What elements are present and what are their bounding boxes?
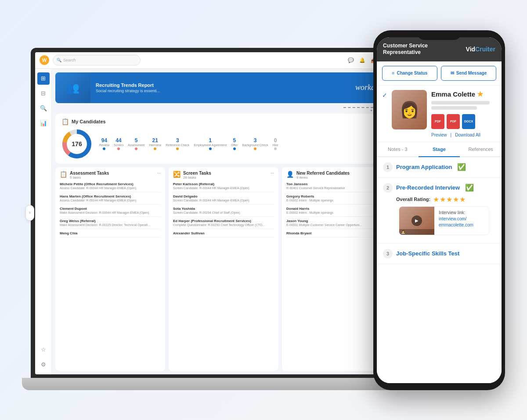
star-4: ★ xyxy=(453,195,459,204)
assessment-item-1-desc: Assess Candidate: R-00044 HR Manager-EME… xyxy=(60,186,161,190)
stat-interview-num: 21 xyxy=(152,137,158,144)
doc-docx[interactable]: DOCX xyxy=(462,114,475,129)
stat-bg-check: 3 Background Check xyxy=(242,137,268,150)
banner-subtitle: Social recruiting strategy is essenti... xyxy=(96,89,160,93)
screen-task-title: Screen Tasks xyxy=(183,171,211,176)
referred-item-4: Jason Young E-00001 Multiple Customer Se… xyxy=(286,219,387,229)
screen-item-3-name: Sota Yoshida xyxy=(173,207,274,211)
sidebar-icon-home[interactable]: ⊞ xyxy=(37,72,50,85)
star-5: ★ xyxy=(459,195,466,204)
bell-icon[interactable]: 🔔 xyxy=(358,56,366,64)
vc-stage-tabs: Notes - 3 Stage References xyxy=(377,142,502,157)
stat-bg-check-num: 3 xyxy=(254,137,257,144)
tab-notes[interactable]: Notes - 3 xyxy=(377,142,419,157)
stat-emp-agreement-label: Employment Agreement xyxy=(194,144,227,147)
phone-screen: Customer Service Representative VidCruit… xyxy=(377,37,502,383)
sidebar-icon-chart[interactable]: 📊 xyxy=(37,117,50,129)
stat-bg-check-label: Background Check xyxy=(242,144,268,147)
laptop: W 🔍 Search 💬 🔔 📥 xyxy=(22,48,408,390)
stage-1-label: Program Application xyxy=(396,164,452,170)
stat-offer-label: Offer xyxy=(231,144,238,147)
sidebar-icon-settings[interactable]: ⚙ xyxy=(37,359,50,371)
referred-item-3: Donald Harris E-00002 Intern - Multiple … xyxy=(286,207,387,217)
my-candidates-label: My Candidates xyxy=(72,119,106,124)
doc-pdf-1[interactable]: PDF xyxy=(431,114,444,129)
stat-bg-check-dot xyxy=(254,147,256,150)
screen-item-1: Peter Karlsson (Referral) Screen Candida… xyxy=(173,182,274,192)
message-icon[interactable]: 💬 xyxy=(347,56,355,64)
screen-item-1-name: Peter Karlsson (Referral) xyxy=(173,182,274,186)
my-candidates-card: 📋 My Candidates xyxy=(55,114,392,164)
screen-item-3-desc: Screen Candidate: R-00294 Chief of Staff… xyxy=(173,211,274,215)
stat-screen-dot xyxy=(117,147,120,150)
star-2: ★ xyxy=(440,195,446,204)
profile-check-icon: ✓ xyxy=(382,92,387,99)
assessment-task-icon: 📋 xyxy=(60,171,67,178)
workday-search[interactable]: 🔍 Search xyxy=(53,55,141,65)
stat-hire-label: Hire xyxy=(273,144,278,147)
screen-item-4-name: Ed Harper (Professional Recruitment Serv… xyxy=(173,219,274,223)
workday-main: ⊞ ⊟ 🔍 📊 ☆ ⚙ 👥 xyxy=(35,69,395,374)
tab-references[interactable]: References xyxy=(460,142,502,157)
content-chevron[interactable]: › xyxy=(25,205,34,221)
sidebar-icon-star[interactable]: ☆ xyxy=(37,344,50,356)
stat-offer-dot xyxy=(233,147,236,150)
stage-1-complete-icon: ✅ xyxy=(457,163,466,171)
download-all-link[interactable]: Download All xyxy=(455,133,480,137)
change-status-button[interactable]: ≡ Change Status xyxy=(382,66,437,81)
stage-2-complete-icon: ✅ xyxy=(465,183,474,192)
assessment-tasks-header: 📋 Assessment Tasks 5 tasks ··· xyxy=(60,171,161,179)
sidebar-icon-grid[interactable]: ⊟ xyxy=(37,87,50,100)
vc-job-title: Customer Service Representative xyxy=(383,43,466,56)
stat-interview-label: Interview xyxy=(149,144,161,147)
screen-tasks-card: 🔀 Screen Tasks 26 tasks ··· Peter Karlss… xyxy=(169,167,278,371)
stat-hire-num: 0 xyxy=(274,137,277,144)
stat-assessment-dot xyxy=(135,147,137,150)
stage-2-number: 2 xyxy=(383,183,393,193)
change-status-label: Change Status xyxy=(397,71,427,75)
candidate-photo: 👩 xyxy=(392,90,427,129)
assessment-tasks-card: 📋 Assessment Tasks 5 tasks ··· Michele P… xyxy=(55,167,165,371)
phone-device: Customer Service Representative VidCruit… xyxy=(373,30,505,390)
stat-assessment-num: 5 xyxy=(135,137,138,144)
workday-content: 👥 Recruiting Trends Report Social recrui… xyxy=(52,69,395,374)
assessment-item-4-desc: Make Assessment Decision: R-00225 Direct… xyxy=(60,223,161,227)
assessment-item-2-name: Hans Marten (Office Recruitment Services… xyxy=(60,194,161,198)
play-button[interactable]: ▶ xyxy=(411,215,422,226)
overall-rating-stars: ★ ★ ★ ★ ★ xyxy=(433,195,466,204)
laptop-screen-outer: W 🔍 Search 💬 🔔 📥 xyxy=(31,48,400,378)
referred-item-3-desc: E-00002 Intern - Multiple openings xyxy=(286,211,387,215)
sidebar-icon-search[interactable]: 🔍 xyxy=(37,102,50,115)
assessment-more-icon[interactable]: ··· xyxy=(157,171,161,176)
interview-link-url[interactable]: interview.com/emmacolette.com xyxy=(439,216,484,228)
recruiting-banner[interactable]: 👥 Recruiting Trends Report Social recrui… xyxy=(55,72,392,103)
tab-stage[interactable]: Stage xyxy=(419,142,460,157)
stat-emp-agreement: 1 Employment Agreement xyxy=(194,137,227,150)
screen-item-5-name: Alexander Sullivan xyxy=(173,231,274,235)
screen-item-1-desc: Screen Candidate: R-00044 HR Manager-EME… xyxy=(173,186,274,190)
referred-item-5-name: Rhonda Bryant xyxy=(286,231,387,235)
candidate-star-icon: ★ xyxy=(477,90,483,98)
referred-item-2: Gregory Roberts E-00002 Intern - Multipl… xyxy=(286,194,387,205)
screen-item-2-desc: Screen Candidate: R-00044 HR Manager-EME… xyxy=(173,198,274,202)
tasks-row: 📋 Assessment Tasks 5 tasks ··· Michele P… xyxy=(55,167,392,371)
interview-info: Interview link: interview.com/emmacolett… xyxy=(434,207,489,235)
referred-item-4-desc: E-00001 Multiple Customer Service Career… xyxy=(286,223,387,227)
send-message-icon: ✉ xyxy=(451,71,454,75)
doc-pdf-2[interactable]: PDF xyxy=(447,114,460,129)
candidate-name-text: Emma Colette xyxy=(431,90,475,98)
stat-ref-check-dot xyxy=(176,147,179,150)
assessment-title-block: Assessment Tasks 5 tasks xyxy=(70,171,109,179)
referred-item-4-name: Jason Young xyxy=(286,219,387,223)
my-candidates-title: 📋 My Candidates xyxy=(61,118,386,125)
screen-more-icon[interactable]: ··· xyxy=(271,171,274,176)
assessment-item-3-desc: Make Assessment Decision: R-00044 HR Man… xyxy=(60,211,161,215)
vc-action-buttons: ≡ Change Status ✉ Send Message xyxy=(377,61,502,86)
stage-1-number: 1 xyxy=(383,162,393,172)
stage-3-header: 3 Job-Specific Skills Test xyxy=(383,249,495,258)
candidate-info: Emma Colette ★ PDF PDF DOCX Preview xyxy=(431,90,496,137)
vc-logo-cruiter: Cruiter xyxy=(475,46,495,53)
send-message-button[interactable]: ✉ Send Message xyxy=(441,66,496,81)
stat-review-label: Review xyxy=(99,144,109,147)
preview-link[interactable]: Preview xyxy=(431,133,447,137)
